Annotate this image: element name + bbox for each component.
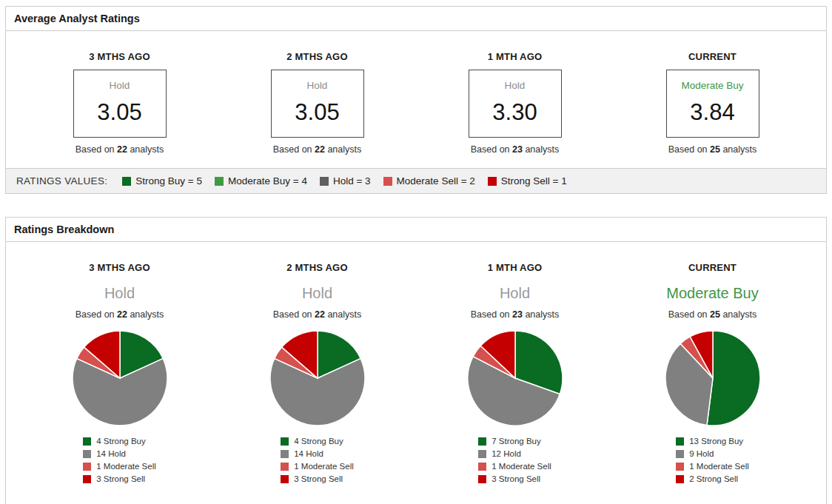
rating-column: 1 MTH AGOHold3.30Based on 23 analysts — [416, 51, 614, 155]
ratings-values-legend: Strong Buy = 5Moderate Buy = 4Hold = 3Mo… — [122, 175, 579, 187]
legend-label: Strong Buy = 5 — [135, 175, 202, 187]
analyst-count: 23 — [512, 144, 523, 155]
pie-legend-item: 14 Hold — [281, 449, 354, 458]
pie-legend-item: 4 Strong Buy — [83, 437, 156, 446]
based-on-suffix: analysts — [720, 309, 756, 320]
legend-color-swatch — [676, 463, 684, 471]
analyst-count: 23 — [512, 309, 523, 320]
consensus-label: Moderate Buy — [667, 80, 759, 91]
consensus-label: Hold — [469, 80, 561, 91]
based-on-prefix: Based on — [471, 309, 512, 320]
pie-legend-item: 12 Hold — [478, 449, 551, 458]
based-on-analysts: Based on 22 analysts — [218, 309, 416, 320]
based-on-analysts: Based on 22 analysts — [218, 144, 416, 155]
pie-legend-item: 3 Strong Sell — [83, 474, 156, 483]
legend-label: 13 Strong Buy — [689, 437, 743, 446]
pie-legend: 13 Strong Buy9 Hold1 Moderate Sell2 Stro… — [676, 433, 749, 483]
period-label: 1 MTH AGO — [416, 262, 614, 273]
rating-box: Hold3.05 — [73, 70, 167, 138]
legend-color-swatch — [320, 177, 329, 186]
consensus-label: Hold — [272, 80, 363, 91]
period-label: 3 MTHS AGO — [21, 51, 218, 62]
pie-legend-item: 1 Moderate Sell — [478, 462, 551, 471]
legend-label: 4 Strong Buy — [294, 437, 343, 446]
rating-box: Hold3.30 — [469, 70, 562, 138]
period-label: CURRENT — [614, 51, 811, 62]
legend-color-swatch — [676, 475, 684, 483]
based-on-prefix: Based on — [76, 144, 117, 155]
pie-legend-item: 3 Strong Sell — [281, 474, 354, 483]
period-label: 2 MTHS AGO — [218, 51, 416, 62]
based-on-suffix: analysts — [325, 144, 361, 155]
based-on-suffix: analysts — [127, 309, 164, 320]
breakdown-column: 3 MTHS AGOHoldBased on 22 analysts4 Stro… — [21, 262, 218, 486]
pie-legend-item: 14 Hold — [83, 449, 156, 458]
ratings-value-legend-item: Strong Buy = 5 — [122, 175, 202, 187]
based-on-analysts: Based on 25 analysts — [614, 144, 811, 155]
based-on-analysts: Based on 23 analysts — [416, 144, 614, 155]
breakdown-column: 1 MTH AGOHoldBased on 23 analysts7 Stron… — [416, 262, 614, 486]
consensus-label: Hold — [218, 285, 416, 302]
legend-color-swatch — [122, 177, 131, 186]
based-on-prefix: Based on — [471, 144, 512, 155]
legend-color-swatch — [478, 437, 486, 446]
pie-legend-item: 4 Strong Buy — [281, 437, 354, 446]
legend-color-swatch — [383, 177, 392, 186]
period-label: 1 MTH AGO — [416, 51, 614, 62]
breakdown-columns: 3 MTHS AGOHoldBased on 22 analysts4 Stro… — [6, 242, 826, 504]
period-label: 3 MTHS AGO — [21, 262, 218, 273]
legend-label: 3 Strong Sell — [294, 474, 343, 483]
average-rating-value: 3.05 — [272, 100, 363, 125]
based-on-prefix: Based on — [273, 144, 315, 155]
pie-chart — [664, 329, 762, 427]
pie-legend-item: 7 Strong Buy — [478, 437, 551, 446]
consensus-label: Hold — [74, 80, 166, 91]
legend-color-swatch — [478, 450, 486, 458]
consensus-label: Moderate Buy — [614, 285, 811, 302]
rating-column: CURRENTModerate Buy3.84Based on 25 analy… — [614, 51, 811, 155]
analyst-count: 22 — [117, 309, 127, 320]
based-on-analysts: Based on 25 analysts — [614, 309, 811, 320]
ratings-value-legend-item: Moderate Buy = 4 — [215, 175, 307, 187]
legend-label: 3 Strong Sell — [96, 474, 145, 483]
average-ratings-columns: 3 MTHS AGOHold3.05Based on 22 analysts2 … — [6, 31, 826, 155]
panel-title-ratings-breakdown: Ratings Breakdown — [6, 218, 826, 242]
legend-color-swatch — [488, 177, 497, 186]
pie-legend-item: 1 Moderate Sell — [83, 462, 156, 471]
panel-title-average-ratings: Average Analyst Ratings — [6, 7, 826, 31]
legend-color-swatch — [83, 463, 91, 471]
legend-label: 9 Hold — [689, 449, 714, 458]
legend-label: 1 Moderate Sell — [96, 462, 156, 471]
legend-label: 7 Strong Buy — [492, 437, 540, 446]
legend-label: 14 Hold — [294, 449, 323, 458]
legend-label: 14 Hold — [96, 449, 126, 458]
legend-label: Moderate Buy = 4 — [228, 175, 307, 187]
period-label: CURRENT — [614, 262, 811, 273]
ratings-values-label: RATINGS VALUES: — [16, 175, 107, 187]
ratings-value-legend-item: Strong Sell = 1 — [488, 175, 567, 187]
based-on-analysts: Based on 22 analysts — [21, 144, 218, 155]
legend-label: Strong Sell = 1 — [501, 175, 567, 187]
legend-label: 2 Strong Sell — [689, 474, 738, 483]
legend-color-swatch — [676, 450, 684, 458]
rating-column: 3 MTHS AGOHold3.05Based on 22 analysts — [21, 51, 218, 155]
legend-color-swatch — [83, 437, 91, 446]
analyst-count: 22 — [117, 144, 127, 155]
rating-box: Moderate Buy3.84 — [666, 70, 759, 138]
legend-color-swatch — [478, 463, 486, 471]
average-rating-value: 3.84 — [667, 100, 759, 125]
based-on-suffix: analysts — [523, 144, 559, 155]
pie-legend-item: 1 Moderate Sell — [676, 462, 749, 471]
legend-color-swatch — [83, 475, 91, 483]
average-rating-value: 3.30 — [469, 100, 561, 125]
legend-color-swatch — [281, 450, 289, 458]
legend-color-swatch — [83, 450, 91, 458]
based-on-suffix: analysts — [325, 309, 361, 320]
legend-label: 4 Strong Buy — [96, 437, 145, 446]
based-on-prefix: Based on — [76, 309, 117, 320]
pie-chart — [269, 329, 366, 427]
pie-legend-item: 13 Strong Buy — [676, 437, 749, 446]
consensus-label: Hold — [416, 285, 614, 302]
based-on-prefix: Based on — [668, 144, 710, 155]
pie-legend-item: 2 Strong Sell — [676, 474, 749, 483]
